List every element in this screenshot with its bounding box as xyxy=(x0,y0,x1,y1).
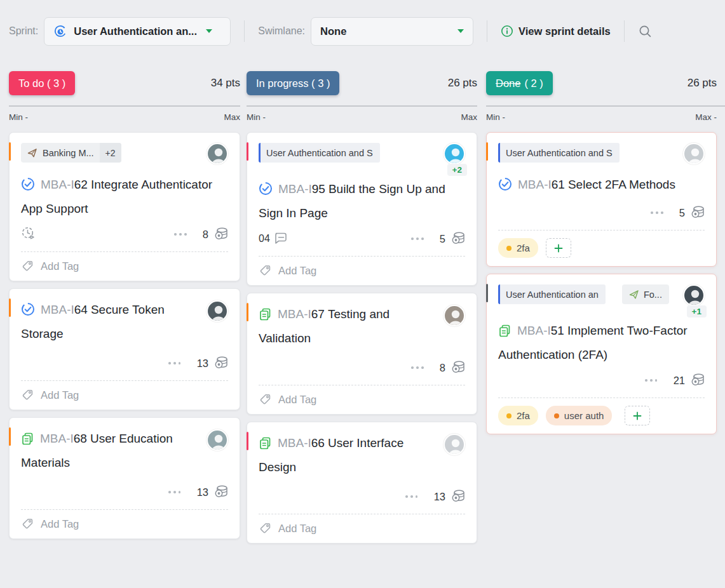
card-mba-i64[interactable]: MBA-I64Secure Token Storage 13 xyxy=(9,288,240,410)
comment-icon xyxy=(274,231,288,247)
column-todo-badge[interactable]: To do ( 3 ) xyxy=(9,71,75,95)
epic-badge[interactable]: User Authentication and S xyxy=(259,143,380,163)
story-points-icon xyxy=(213,227,228,243)
assignee-overflow-count[interactable]: +1 xyxy=(687,305,707,317)
search-button[interactable] xyxy=(639,25,652,38)
card-title: MBA-I62Integrate Authenticator App Suppo… xyxy=(21,174,228,220)
more-options-button[interactable] xyxy=(648,209,666,217)
story-points: 13 xyxy=(434,491,445,503)
add-tag-button[interactable]: Add Tag xyxy=(259,522,316,535)
tag-2fa[interactable]: 2fa xyxy=(498,238,538,258)
card-mba-i66[interactable]: MBA-I66User Interface Design 13 xyxy=(247,422,477,544)
card-mba-i68[interactable]: MBA-I68User Education Materials 13 xyxy=(9,417,240,539)
card-mba-i61[interactable]: User Authentication and S MBA-I61Select … xyxy=(486,132,717,267)
item-key-number: 62 xyxy=(74,178,88,191)
sprint-selected-value: User Authentication an... xyxy=(74,25,197,37)
comments-count: 04 xyxy=(259,233,270,244)
max-label: Max xyxy=(461,112,477,122)
more-options-button[interactable] xyxy=(172,231,189,238)
sprint-label: Sprint: xyxy=(9,25,38,37)
sprint-board-page: Sprint: User Authentication an... Swimla… xyxy=(0,17,725,588)
epic-badge[interactable]: User Authentication and S xyxy=(498,143,620,163)
priority-strip xyxy=(486,142,488,161)
timer-icon[interactable] xyxy=(21,226,35,243)
more-options-button[interactable] xyxy=(403,493,421,500)
add-tag-plus-button[interactable] xyxy=(625,406,650,425)
column-todo: To do ( 3 ) 34 pts Min - Max B xyxy=(9,71,240,551)
column-done: Done ( 2 ) 26 pts Min - Max - User Authe… xyxy=(486,71,725,551)
tag-icon xyxy=(21,518,34,530)
column-in-progress-points: 26 pts xyxy=(448,77,477,90)
story-points-icon xyxy=(451,231,465,247)
tag-user-auth[interactable]: user auth xyxy=(546,406,613,425)
badge-overflow-count[interactable]: +2 xyxy=(100,143,121,163)
card-title: MBA-I67Testing and Validation xyxy=(259,304,465,349)
more-options-button[interactable] xyxy=(409,364,426,371)
card-mba-i51[interactable]: User Authentication an Fo... +1 xyxy=(486,274,717,434)
user-story-icon xyxy=(259,181,273,203)
more-options-button[interactable] xyxy=(642,377,660,384)
search-icon xyxy=(639,25,652,38)
send-icon xyxy=(629,290,639,299)
add-tag-button[interactable]: Add Tag xyxy=(259,393,316,406)
tag-2fa[interactable]: 2fa xyxy=(498,406,538,425)
column-in-progress-badge[interactable]: In progress ( 3 ) xyxy=(247,71,339,95)
project-badge[interactable]: Fo... xyxy=(622,284,669,304)
story-points-icon xyxy=(451,489,465,505)
add-tag-button[interactable]: Add Tag xyxy=(259,264,316,277)
send-icon xyxy=(27,148,37,157)
priority-strip xyxy=(9,427,11,446)
tag-color-dot xyxy=(506,246,512,251)
card-mba-i62[interactable]: Banking M... +2 MBA-I62Integrate Authent… xyxy=(9,132,240,281)
tag-icon xyxy=(259,264,271,277)
story-points-icon xyxy=(451,360,465,376)
avatar xyxy=(207,143,228,164)
task-icon xyxy=(21,431,34,452)
add-tag-button[interactable]: Add Tag xyxy=(21,260,79,272)
min-label: Min - xyxy=(247,112,266,122)
swimlane-dropdown[interactable]: None xyxy=(311,17,473,46)
wip-limits: Min - Max - xyxy=(486,112,725,122)
swimlane-selected-value: None xyxy=(320,25,346,37)
sprint-icon xyxy=(53,24,67,38)
divider xyxy=(487,20,487,42)
epic-badge[interactable]: User Authentication an xyxy=(498,284,606,304)
story-points-icon xyxy=(690,373,705,389)
column-separator xyxy=(9,105,240,107)
comments-indicator[interactable]: 04 xyxy=(259,231,288,247)
card-mba-i95[interactable]: User Authentication and S +2 MBA-I95Buil… xyxy=(247,132,477,286)
avatar xyxy=(444,434,465,455)
task-icon xyxy=(259,306,272,328)
kanban-board: To do ( 3 ) 34 pts Min - Max B xyxy=(9,71,725,551)
tag-color-dot xyxy=(506,413,512,418)
tag-icon xyxy=(21,389,34,401)
story-points: 8 xyxy=(440,362,445,374)
item-key-prefix: MBA-I xyxy=(41,178,74,191)
plus-icon xyxy=(554,244,563,253)
info-icon xyxy=(501,25,513,37)
priority-strip xyxy=(247,142,248,161)
project-badge[interactable]: Banking M... +2 xyxy=(21,143,121,163)
add-tag-plus-button[interactable] xyxy=(546,238,571,258)
story-points: 13 xyxy=(197,357,208,370)
add-tag-button[interactable]: Add Tag xyxy=(21,389,79,401)
divider xyxy=(624,20,625,42)
card-mba-i67[interactable]: MBA-I67Testing and Validation 8 xyxy=(247,293,477,415)
more-options-button[interactable] xyxy=(409,235,426,243)
column-done-badge[interactable]: Done ( 2 ) xyxy=(486,71,553,95)
user-story-icon xyxy=(21,302,35,323)
toolbar: Sprint: User Authentication an... Swimla… xyxy=(9,17,725,46)
view-sprint-details-button[interactable]: View sprint details xyxy=(501,25,611,37)
swimlane-label: Swimlane: xyxy=(258,25,305,37)
more-options-button[interactable] xyxy=(166,488,184,496)
divider xyxy=(244,20,245,42)
assignee-overflow-count[interactable]: +2 xyxy=(447,164,467,176)
card-title: MBA-I95Build the Sign Up and Sign In Pag… xyxy=(259,178,465,224)
more-options-button[interactable] xyxy=(166,359,184,367)
chevron-down-icon xyxy=(457,29,464,33)
add-tag-button[interactable]: Add Tag xyxy=(21,518,79,530)
story-points: 5 xyxy=(679,207,685,219)
sprint-dropdown[interactable]: User Authentication an... xyxy=(44,17,231,46)
card-title: MBA-I61Select 2FA Methods xyxy=(498,174,705,198)
min-label: Min - xyxy=(9,112,28,122)
